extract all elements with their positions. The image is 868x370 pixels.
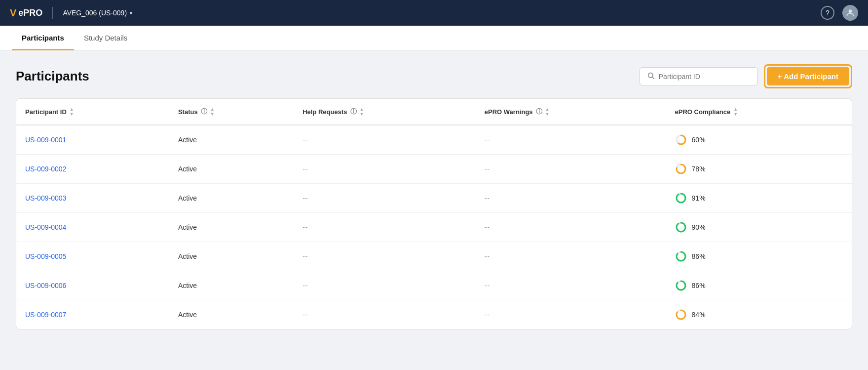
cell-status-6: Active — [169, 300, 294, 329]
participant-link-4[interactable]: US-009-0005 — [25, 252, 66, 260]
page-title: Participants — [16, 69, 89, 84]
cell-epro-warnings-6: -- — [476, 300, 666, 329]
participants-table: Participant ID ▲▼ Status ⓘ ▲▼ Help — [16, 99, 852, 329]
nav-left: V ePRO AVEG_006 (US-009) ▾ — [10, 7, 132, 19]
cell-help-requests-3: -- — [294, 213, 476, 242]
cell-epro-compliance-2: 91% — [666, 184, 852, 213]
participant-link-3[interactable]: US-009-0004 — [25, 223, 66, 231]
cell-help-requests-2: -- — [294, 184, 476, 213]
search-box — [640, 67, 758, 85]
cell-epro-compliance-1: 78% — [666, 155, 852, 184]
participant-link-1[interactable]: US-009-0002 — [25, 165, 66, 173]
compliance-circle-5 — [675, 280, 687, 291]
epro-warnings-info-icon: ⓘ — [536, 107, 542, 116]
col-participant-id[interactable]: Participant ID ▲▼ — [16, 99, 169, 125]
app-logo: V ePRO — [10, 7, 42, 19]
cell-help-requests-0: -- — [294, 125, 476, 155]
cell-status-1: Active — [169, 155, 294, 184]
table-row: US-009-0006 Active -- -- 86% — [16, 271, 852, 300]
cell-status-5: Active — [169, 271, 294, 300]
sort-arrows-compliance: ▲▼ — [733, 107, 738, 117]
compliance-value-4: 86% — [692, 252, 706, 260]
svg-point-8 — [677, 194, 685, 203]
participants-table-container: Participant ID ▲▼ Status ⓘ ▲▼ Help — [16, 98, 852, 329]
cell-epro-warnings-1: -- — [476, 155, 666, 184]
logo-v-icon: V — [10, 7, 16, 19]
cell-epro-warnings-4: -- — [476, 242, 666, 271]
table-row: US-009-0005 Active -- -- 86% — [16, 242, 852, 271]
cell-epro-compliance-0: 60% — [666, 125, 852, 155]
compliance-circle-6 — [675, 309, 687, 321]
table-row: US-009-0002 Active -- -- 78% — [16, 155, 852, 184]
search-icon — [647, 72, 655, 81]
col-status[interactable]: Status ⓘ ▲▼ — [169, 99, 294, 125]
cell-status-2: Active — [169, 184, 294, 213]
cell-status-0: Active — [169, 125, 294, 155]
cell-epro-compliance-4: 86% — [666, 242, 852, 271]
top-nav: V ePRO AVEG_006 (US-009) ▾ ? — [0, 0, 868, 26]
svg-point-10 — [677, 223, 685, 232]
add-participant-button[interactable]: + Add Participant — [767, 67, 849, 85]
table-row: US-009-0007 Active -- -- 84% — [16, 300, 852, 329]
svg-point-14 — [677, 281, 685, 290]
sort-arrows-id: ▲▼ — [70, 107, 74, 117]
cell-epro-warnings-0: -- — [476, 125, 666, 155]
tab-participants[interactable]: Participants — [12, 26, 74, 50]
sort-arrows-warnings: ▲▼ — [545, 107, 550, 117]
cell-help-requests-1: -- — [294, 155, 476, 184]
nav-right: ? — [821, 5, 858, 21]
cell-participant-id-2: US-009-0003 — [16, 184, 169, 213]
cell-participant-id-0: US-009-0001 — [16, 125, 169, 155]
participant-link-2[interactable]: US-009-0003 — [25, 194, 66, 202]
sort-arrows-status: ▲▼ — [210, 107, 215, 117]
cell-participant-id-3: US-009-0004 — [16, 213, 169, 242]
tabs-bar: Participants Study Details — [0, 26, 868, 50]
col-epro-compliance[interactable]: ePRO Compliance ▲▼ — [666, 99, 852, 125]
compliance-value-5: 86% — [692, 282, 706, 289]
cell-epro-warnings-5: -- — [476, 271, 666, 300]
table-body: US-009-0001 Active -- -- 60% US-009-0002… — [16, 125, 852, 329]
compliance-value-0: 60% — [692, 136, 706, 144]
cell-status-4: Active — [169, 242, 294, 271]
search-input[interactable] — [659, 73, 751, 81]
tab-study-details[interactable]: Study Details — [74, 26, 137, 50]
cell-help-requests-5: -- — [294, 271, 476, 300]
logo-text: ePRO — [18, 8, 42, 18]
study-name: AVEG_006 (US-009) — [63, 9, 127, 17]
compliance-circle-0 — [675, 134, 687, 146]
chevron-down-icon: ▾ — [130, 10, 132, 16]
compliance-circle-4 — [675, 250, 687, 262]
cell-epro-compliance-3: 90% — [666, 213, 852, 242]
status-info-icon: ⓘ — [201, 107, 207, 116]
study-selector[interactable]: AVEG_006 (US-009) ▾ — [63, 9, 132, 17]
cell-help-requests-4: -- — [294, 242, 476, 271]
col-epro-warnings[interactable]: ePRO Warnings ⓘ ▲▼ — [476, 99, 666, 125]
page-header: Participants + Add Participant — [16, 64, 852, 88]
svg-point-0 — [849, 9, 852, 13]
compliance-value-3: 90% — [692, 223, 706, 231]
add-participant-button-wrapper: + Add Participant — [764, 64, 852, 88]
compliance-circle-3 — [675, 221, 687, 233]
participant-link-5[interactable]: US-009-0006 — [25, 282, 66, 289]
col-help-requests[interactable]: Help Requests ⓘ ▲▼ — [294, 99, 476, 125]
svg-point-12 — [677, 252, 685, 261]
cell-epro-compliance-5: 86% — [666, 271, 852, 300]
sort-arrows-help: ▲▼ — [360, 107, 364, 117]
participant-link-0[interactable]: US-009-0001 — [25, 136, 66, 144]
compliance-value-6: 84% — [692, 311, 706, 319]
compliance-circle-2 — [675, 192, 687, 204]
table-row: US-009-0001 Active -- -- 60% — [16, 125, 852, 155]
help-requests-info-icon: ⓘ — [350, 107, 357, 116]
participant-link-6[interactable]: US-009-0007 — [25, 311, 66, 319]
cell-status-3: Active — [169, 213, 294, 242]
avatar[interactable] — [842, 5, 858, 21]
cell-epro-warnings-3: -- — [476, 213, 666, 242]
compliance-value-1: 78% — [692, 165, 706, 173]
help-icon[interactable]: ? — [821, 6, 834, 20]
compliance-value-2: 91% — [692, 194, 706, 202]
table-header: Participant ID ▲▼ Status ⓘ ▲▼ Help — [16, 99, 852, 125]
cell-participant-id-1: US-009-0002 — [16, 155, 169, 184]
cell-participant-id-4: US-009-0005 — [16, 242, 169, 271]
nav-divider — [52, 7, 53, 19]
svg-line-2 — [652, 77, 654, 79]
